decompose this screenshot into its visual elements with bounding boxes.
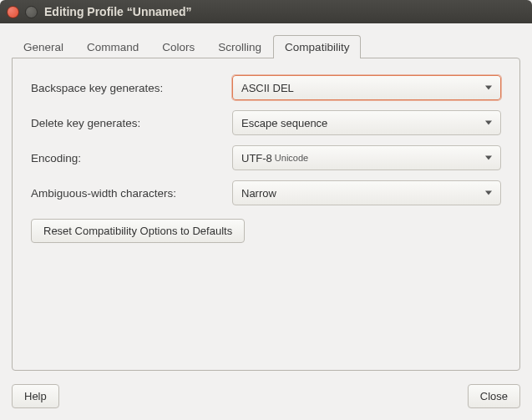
form-grid: Backspace key generates: ASCII DEL Delet… (31, 75, 501, 205)
tab-command[interactable]: Command (75, 35, 150, 58)
reset-row: Reset Compatibility Options to Defaults (31, 219, 501, 243)
tab-general[interactable]: General (12, 35, 75, 58)
tabs-row: General Command Colors Scrolling Compati… (12, 35, 520, 58)
encoding-value-main: UTF-8 (241, 152, 272, 164)
encoding-label: Encoding: (31, 152, 227, 164)
encoding-combo[interactable]: UTF-8 Unicode (232, 145, 501, 170)
tab-scrolling[interactable]: Scrolling (206, 35, 273, 58)
titlebar: Editing Profile “Unnamed” (0, 0, 532, 23)
close-button[interactable]: Close (468, 384, 520, 408)
chevron-down-icon (485, 86, 492, 90)
chevron-down-icon (485, 121, 492, 125)
window-buttons (7, 6, 38, 18)
window-title: Editing Profile “Unnamed” (44, 5, 192, 18)
chevron-down-icon (485, 191, 492, 195)
delete-combo[interactable]: Escape sequence (232, 110, 501, 135)
tab-colors[interactable]: Colors (150, 35, 206, 58)
minimize-icon[interactable] (25, 6, 38, 18)
tab-panel-compatibility: Backspace key generates: ASCII DEL Delet… (12, 58, 520, 371)
encoding-value-sub: Unicode (275, 153, 308, 163)
bottom-bar: Help Close (0, 379, 532, 420)
ambiguous-value: Narrow (241, 187, 276, 200)
backspace-value: ASCII DEL (241, 82, 294, 94)
chevron-down-icon (485, 156, 492, 160)
close-icon[interactable] (7, 6, 19, 18)
backspace-combo[interactable]: ASCII DEL (232, 75, 501, 100)
content: General Command Colors Scrolling Compati… (0, 23, 532, 379)
delete-value: Escape sequence (241, 117, 327, 129)
ambiguous-combo[interactable]: Narrow (232, 180, 501, 205)
help-button[interactable]: Help (12, 384, 59, 408)
reset-button[interactable]: Reset Compatibility Options to Defaults (31, 219, 245, 243)
window: Editing Profile “Unnamed” General Comman… (0, 0, 532, 420)
backspace-label: Backspace key generates: (31, 82, 227, 94)
delete-label: Delete key generates: (31, 117, 227, 129)
tab-compatibility[interactable]: Compatibility (273, 35, 361, 58)
ambiguous-label: Ambiguous-width characters: (31, 187, 227, 200)
